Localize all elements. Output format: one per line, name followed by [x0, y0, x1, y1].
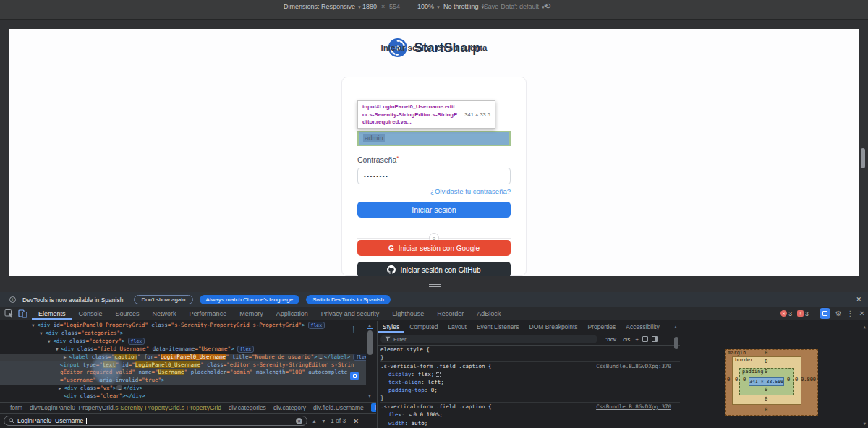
dom-node[interactable]: ▼ <div id="LoginPanel0_PropertyGrid" cla…	[0, 322, 366, 330]
dom-node-username-input[interactable]: <input type="text" id="LoginPanel0_Usern…	[0, 361, 366, 385]
breadcrumb-item[interactable]: div.field.Username	[313, 404, 364, 411]
breadcrumb-item[interactable]: div.category	[273, 404, 306, 411]
dimensions-dropdown[interactable]: Dimensions: Responsive▼	[284, 3, 362, 10]
clear-search-icon[interactable]: ✕	[296, 418, 302, 424]
padding-left-value[interactable]: 0	[743, 377, 746, 382]
stylesheet-link[interactable]: CssBundle.B…8GvDXpg:370	[596, 362, 671, 370]
padding-top-value[interactable]: 0	[765, 369, 767, 374]
border-bottom-value[interactable]: 0	[765, 396, 767, 402]
viewport-height-field[interactable]: 554	[389, 3, 400, 10]
margin-left-value[interactable]: 0	[727, 377, 730, 382]
flex-badge[interactable]: flex	[353, 354, 366, 361]
css-property[interactable]: padding-top: 0;	[380, 386, 671, 394]
styles-filter-input[interactable]: Filter	[380, 335, 597, 343]
extension-icon[interactable]	[820, 308, 830, 319]
tab-recorder[interactable]: Recorder	[430, 307, 470, 320]
kebab-menu-icon[interactable]: ⋮	[847, 309, 854, 317]
flex-badge[interactable]: flex	[128, 338, 145, 345]
github-sign-in-button[interactable]: Iniciar sesión con GitHub	[357, 262, 511, 276]
margin-top-value[interactable]: 0	[765, 350, 767, 356]
dom-node[interactable]: <div class="clear"></div>	[0, 393, 366, 401]
dismiss-button[interactable]: Don't show again	[134, 295, 192, 304]
flex-badge[interactable]: flex	[308, 322, 326, 329]
sign-in-button[interactable]: Iniciar sesión	[357, 202, 511, 218]
styles-tab-event-listeners[interactable]: Event Listeners	[472, 321, 524, 333]
margin-right-value[interactable]: 9.800	[801, 377, 816, 382]
breadcrumb-item[interactable]: form	[10, 404, 22, 411]
viewport-scrollbar[interactable]	[861, 148, 865, 168]
throttling-dropdown[interactable]: No throttling▼	[443, 3, 485, 10]
scroll-down-icon[interactable]: ▼	[863, 421, 866, 426]
password-input[interactable]: ••••••••	[357, 168, 511, 184]
tab-console[interactable]: Console	[72, 307, 109, 320]
dom-node[interactable]: ▼ <div class="field Username" data-itemn…	[0, 346, 366, 354]
styles-tab-layout[interactable]: Layout	[443, 321, 472, 333]
css-selector[interactable]: .s-vertical-form .field .caption	[380, 403, 485, 410]
infobar-close-icon[interactable]: ✕	[856, 296, 861, 303]
devtools-resize-handle[interactable]	[429, 283, 441, 288]
expand-shorthand-icon[interactable]: ▶	[409, 413, 412, 417]
border-top-value[interactable]: 0	[765, 359, 767, 364]
console-error-counter[interactable]: ✕3	[780, 310, 792, 317]
dom-node[interactable]: ▼ <div class="categories">	[0, 330, 366, 338]
toggle-[interactable]: +	[635, 336, 639, 343]
toggle-cls[interactable]: .cls	[621, 336, 630, 343]
dom-node[interactable]: ▶ <div class="vx">…</div>	[0, 385, 366, 393]
switch-spanish-button[interactable]: Switch DevTools to Spanish	[306, 295, 391, 304]
inspect-element-icon[interactable]	[4, 309, 14, 318]
device-toolbar-icon[interactable]	[18, 309, 27, 318]
tab-sources[interactable]: Sources	[109, 307, 146, 320]
zoom-dropdown[interactable]: 100%▼	[417, 3, 441, 10]
styles-tab-computed[interactable]: Computed	[404, 321, 443, 333]
border-left-value[interactable]: 0	[735, 377, 738, 382]
styles-tab-dom-breakpoints[interactable]: DOM Breakpoints	[524, 321, 583, 333]
previous-match-icon[interactable]: ▲	[312, 419, 317, 424]
scroll-up-icon[interactable]: ▲	[673, 325, 678, 329]
scroll-down-icon[interactable]: ▼	[367, 394, 372, 398]
css-selector[interactable]: element.style	[380, 346, 423, 353]
tree-scrollbar[interactable]: ▲ ▼	[365, 322, 375, 405]
tab-privacy-and-security[interactable]: Privacy and security	[315, 307, 386, 320]
issues-counter[interactable]: !3	[797, 310, 809, 317]
styles-tab-styles[interactable]: Styles	[378, 321, 404, 333]
tab-adblock[interactable]: AdBlock	[470, 307, 507, 320]
tab-performance[interactable]: Performance	[183, 307, 234, 320]
styles-tab-accessibility[interactable]: Accessibility	[621, 321, 664, 333]
gear-icon[interactable]: ⚙	[835, 309, 842, 317]
tab-application[interactable]: Application	[270, 307, 315, 320]
scrollbar-thumb[interactable]	[367, 330, 373, 355]
scroll-into-view-adorner-icon[interactable]	[350, 372, 359, 380]
css-property[interactable]: width: auto;	[380, 419, 671, 427]
breadcrumb-item[interactable]: div#LoginPanel0_PropertyGrid.s-Serenity-…	[30, 404, 221, 411]
tab-lighthouse[interactable]: Lighthouse	[386, 307, 430, 320]
margin-bottom-value[interactable]: 0	[765, 407, 767, 413]
dom-node-selected-label[interactable]: ▶ <label class="caption" for="LoginPanel…	[0, 354, 366, 361]
box-model-content[interactable]: 341 × 33.500	[749, 377, 784, 386]
padding-right-value[interactable]: 0	[787, 377, 790, 382]
scroll-up-icon[interactable]: ▲	[863, 324, 866, 329]
viewport-width-field[interactable]: 1880	[362, 3, 377, 10]
css-selector[interactable]: .s-vertical-form .field .caption	[380, 363, 485, 369]
padding-bottom-value[interactable]: 0	[765, 387, 767, 393]
styles-tab-properties[interactable]: Properties	[583, 321, 621, 333]
next-match-icon[interactable]: ▼	[321, 419, 326, 424]
stylesheet-link[interactable]: CssBundle.B…8GvDXpg:370	[596, 403, 671, 411]
code-token[interactable]: …	[116, 385, 122, 390]
dom-node[interactable]: ▼ <div class="category">flex	[0, 338, 366, 346]
close-search-icon[interactable]: ✕	[353, 417, 359, 425]
rendering-icon[interactable]	[642, 336, 648, 342]
match-language-button[interactable]: Always match Chrome's language	[200, 295, 300, 304]
devtools-close-icon[interactable]: ✕	[859, 309, 865, 317]
scrollbar-thumb[interactable]	[674, 337, 678, 349]
search-input[interactable]: LoginPanel0_Username ✕	[4, 416, 307, 426]
toggle-hov[interactable]: :hov	[605, 336, 616, 343]
save-data-dropdown[interactable]: 'Save-Data': default▼	[482, 3, 545, 10]
css-property[interactable]: flex: ▶0 0 100%;	[380, 411, 671, 419]
rotate-viewport-icon[interactable]: ⟲	[544, 1, 550, 11]
breadcrumb-item[interactable]: div.categories	[229, 404, 266, 411]
border-right-value[interactable]: 0	[795, 377, 798, 382]
tab-elements[interactable]: Elements	[32, 307, 72, 320]
tab-memory[interactable]: Memory	[233, 307, 270, 320]
flex-badge[interactable]: flex	[237, 346, 255, 353]
css-property[interactable]: display: flex;	[380, 370, 671, 378]
